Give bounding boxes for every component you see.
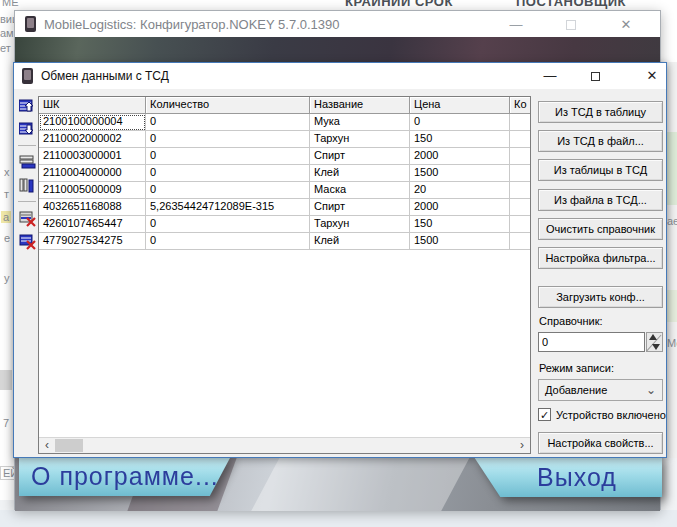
write-mode-label: Режим записи: — [539, 362, 614, 374]
clear-table-icon[interactable] — [17, 208, 37, 228]
table-row[interactable]: 2110004000000 0 Клей 1500 — [39, 165, 530, 182]
background-column-header: ПОСТАНОВЩИК — [516, 0, 626, 9]
tsd-to-table-icon[interactable] — [17, 96, 37, 116]
table-to-tsd-icon[interactable] — [17, 119, 37, 139]
background-gray-box — [0, 370, 12, 390]
table-row[interactable]: 4779027534275 0 Клей 1500 — [39, 233, 530, 250]
reference-label: Справочник: — [539, 315, 603, 327]
cell-clipped[interactable] — [510, 216, 530, 233]
cell-name[interactable]: Клей — [310, 233, 410, 250]
cell-clipped[interactable] — [510, 233, 530, 250]
cell-price[interactable]: 1500 — [410, 233, 510, 250]
cell-quantity[interactable]: 5,26354424712089E-315 — [146, 199, 310, 216]
table-row[interactable]: 2100100000004 0 Мука 0 — [39, 114, 530, 131]
exit-button[interactable]: Выход — [474, 457, 662, 497]
cell-name[interactable]: Тархун — [310, 131, 410, 148]
cell-clipped[interactable] — [510, 165, 530, 182]
device-enabled-label: Устройство включено — [556, 409, 666, 421]
dialog-minimize-button[interactable]: — — [534, 67, 566, 86]
cell-name[interactable]: Спирт — [310, 199, 410, 216]
cell-price[interactable]: 2000 — [410, 199, 510, 216]
background-text-fragment: у — [4, 272, 10, 284]
column-header-clipped[interactable]: Ко — [510, 97, 530, 114]
cell-quantity[interactable]: 0 — [146, 131, 310, 148]
horizontal-scrollbar[interactable]: ‹ › — [39, 437, 530, 453]
device-enabled-checkbox[interactable]: ✓ — [538, 408, 551, 421]
cell-shk[interactable]: 2110003000001 — [39, 148, 146, 165]
cell-shk[interactable]: 4779027534275 — [39, 233, 146, 250]
main-window-titlebar[interactable]: MobileLogistics: Конфигуратор.NOKEY 5.7.… — [15, 11, 660, 37]
cell-quantity[interactable]: 0 — [146, 165, 310, 182]
cell-name[interactable]: Клей — [310, 165, 410, 182]
table-row[interactable]: 2110003000001 0 Спирт 2000 — [39, 148, 530, 165]
dialog-titlebar[interactable]: Обмен данными с ТСД — ✕ — [14, 63, 666, 89]
reference-input[interactable] — [538, 332, 645, 352]
cell-price[interactable]: 20 — [410, 182, 510, 199]
tsd-to-file-button[interactable]: Из ТСД в файл... — [538, 130, 663, 152]
cell-shk[interactable]: 2100100000004 — [39, 114, 146, 131]
scroll-left-icon[interactable]: ‹ — [39, 438, 55, 453]
cell-price[interactable]: 150 — [410, 216, 510, 233]
properties-settings-button[interactable]: Настройка свойств... — [538, 432, 663, 454]
scroll-right-icon[interactable]: › — [514, 438, 530, 453]
background-text-fragment: ет — [0, 42, 11, 54]
cell-clipped[interactable] — [510, 131, 530, 148]
cell-clipped[interactable] — [510, 148, 530, 165]
dialog-title: Обмен данными с ТСД — [41, 69, 169, 83]
clear-directory-icon[interactable] — [17, 231, 37, 251]
about-button[interactable]: О программе... — [19, 456, 231, 496]
cell-price[interactable]: 150 — [410, 131, 510, 148]
clear-directory-button[interactable]: Очистить справочник — [538, 218, 663, 240]
cell-price[interactable]: 0 — [410, 114, 510, 131]
columns-view-icon[interactable] — [17, 175, 37, 195]
cell-shk[interactable]: 4032651168088 — [39, 199, 146, 216]
filter-settings-button[interactable]: Настройка фильтра... — [538, 247, 663, 269]
reference-spinner[interactable] — [646, 332, 663, 352]
write-mode-select[interactable]: Добавление ⌄ — [538, 379, 663, 401]
cell-price[interactable]: 2000 — [410, 148, 510, 165]
device-enabled-checkbox-row[interactable]: ✓ Устройство включено — [538, 408, 666, 421]
cell-quantity[interactable]: 0 — [146, 216, 310, 233]
cell-shk[interactable]: 2110002000002 — [39, 131, 146, 148]
cell-quantity[interactable]: 0 — [146, 182, 310, 199]
cell-clipped[interactable] — [510, 199, 530, 216]
cell-quantity[interactable]: 0 — [146, 233, 310, 250]
cell-shk[interactable]: 2110005000009 — [39, 182, 146, 199]
maximize-button[interactable] — [566, 20, 576, 30]
dialog-maximize-button[interactable] — [591, 72, 600, 81]
cell-shk[interactable]: 2110004000000 — [39, 165, 146, 182]
cell-name[interactable]: Спирт — [310, 148, 410, 165]
dialog-close-button[interactable]: ✕ — [636, 67, 668, 86]
table-row[interactable]: 2110005000009 0 Маска 20 — [39, 182, 530, 199]
table-to-tsd-button[interactable]: Из таблицы в ТСД — [538, 159, 663, 181]
table-row[interactable]: 2110002000002 0 Тархун 150 — [39, 131, 530, 148]
column-header-quantity[interactable]: Количество — [146, 97, 310, 114]
spin-down-icon[interactable] — [652, 344, 660, 350]
cell-shk[interactable]: 4260107465447 — [39, 216, 146, 233]
scrollbar-thumb[interactable] — [55, 439, 83, 452]
table-row[interactable]: 4032651168088 5,26354424712089E-315 Спир… — [39, 199, 530, 216]
desktop-strip — [0, 510, 677, 527]
minimize-button[interactable]: — — [501, 16, 531, 34]
column-header-price[interactable]: Цена — [410, 97, 510, 114]
close-button[interactable]: ✕ — [611, 16, 641, 34]
table-row[interactable]: 4260107465447 0 Тархун 150 — [39, 216, 530, 233]
column-header-shk[interactable]: ШК — [39, 97, 146, 114]
spin-up-icon[interactable] — [649, 334, 657, 340]
chevron-down-icon: ⌄ — [646, 380, 656, 400]
cell-quantity[interactable]: 0 — [146, 148, 310, 165]
cell-quantity[interactable]: 0 — [146, 114, 310, 131]
load-config-button[interactable]: Загрузить конф... — [538, 286, 663, 308]
cell-clipped[interactable] — [510, 182, 530, 199]
cell-price[interactable]: 1500 — [410, 165, 510, 182]
file-to-tsd-button[interactable]: Из файла в ТСД... — [538, 189, 663, 211]
column-header-name[interactable]: Название — [310, 97, 410, 114]
cell-name[interactable]: Маска — [310, 182, 410, 199]
table-header-row: ШК Количество Название Цена Ко — [39, 97, 530, 114]
cell-name[interactable]: Мука — [310, 114, 410, 131]
tsd-to-table-button[interactable]: Из ТСД в таблицу — [538, 101, 663, 123]
cell-clipped[interactable] — [510, 114, 530, 131]
background-text-fragment: т — [4, 188, 9, 200]
rows-view-icon[interactable] — [17, 152, 37, 172]
cell-name[interactable]: Тархун — [310, 216, 410, 233]
